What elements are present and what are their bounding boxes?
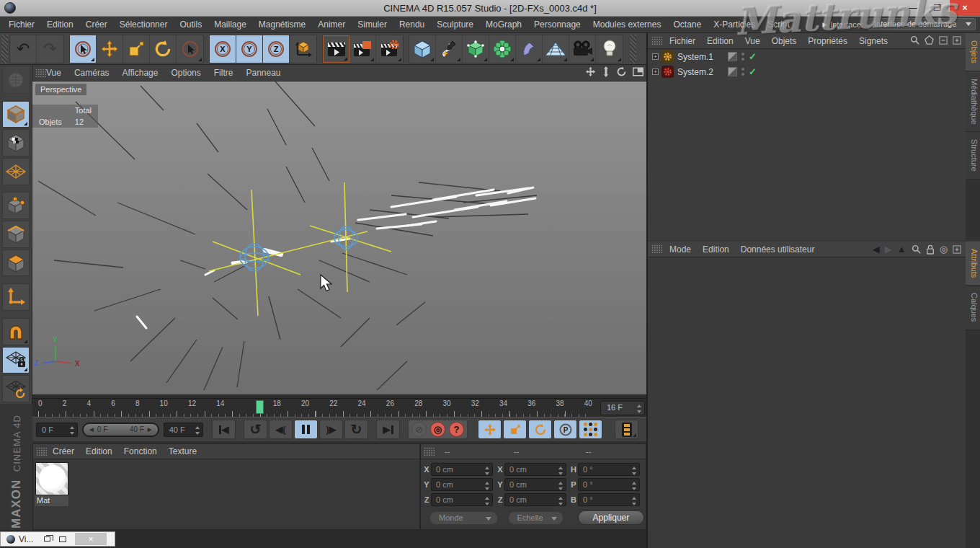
mini-close-button[interactable]: × <box>75 533 107 545</box>
render-to-picture-viewer-button[interactable] <box>349 35 376 63</box>
vp-menu-filtre[interactable]: Filtre <box>214 68 233 78</box>
points-mode-button[interactable] <box>2 192 30 219</box>
zoom-view-icon[interactable] <box>602 66 610 77</box>
play-forwards-button[interactable]: ↻ <box>344 420 368 439</box>
materials-panel-handle[interactable] <box>36 447 47 456</box>
spinner-icon[interactable] <box>558 467 564 475</box>
spinner-icon[interactable] <box>558 482 564 490</box>
scale-x-field[interactable]: 0 cm <box>504 463 566 476</box>
layer-chip[interactable] <box>728 52 737 61</box>
obj-menu-signets[interactable]: Signets <box>859 36 888 46</box>
position-z-field[interactable]: 0 cm <box>431 493 493 506</box>
workplane-mode-button[interactable] <box>2 158 30 185</box>
object-name[interactable]: System.1 <box>677 52 722 62</box>
mat-menu-edition[interactable]: Edition <box>86 446 112 456</box>
tab-calques[interactable]: Calques <box>966 286 980 330</box>
tab-objets[interactable]: Objets <box>966 33 980 71</box>
menu-modules-externes[interactable]: Modules externes <box>593 19 662 30</box>
open-timeline-button[interactable] <box>615 420 638 439</box>
texture-mode-button[interactable] <box>2 129 30 156</box>
position-y-field[interactable]: 0 cm <box>431 478 493 491</box>
collapse-icon[interactable] <box>939 36 948 45</box>
menu-simuler[interactable]: Simuler <box>357 19 387 30</box>
live-selection-tool-button[interactable] <box>70 35 97 63</box>
keyframe-position-toggle[interactable] <box>478 420 502 439</box>
spinner-icon[interactable] <box>637 405 642 413</box>
lock-icon[interactable] <box>926 244 935 255</box>
spinner-icon[interactable] <box>195 426 200 435</box>
menu-edition[interactable]: Edition <box>47 19 74 30</box>
expand-icon[interactable]: + <box>652 68 659 75</box>
filter-icon[interactable] <box>925 35 934 45</box>
coords-panel-handle[interactable] <box>424 447 435 456</box>
mini-restore-button[interactable] <box>39 534 55 544</box>
vp-menu-cameras[interactable]: Caméras <box>74 68 110 78</box>
menu-creer[interactable]: Créer <box>86 19 107 30</box>
previous-frame-button[interactable]: ◀( <box>269 420 293 439</box>
viewport-panel-handle[interactable] <box>35 68 46 78</box>
material-thumbnail[interactable] <box>35 462 68 495</box>
add-deformer-button[interactable] <box>489 35 516 63</box>
attr-menu-donnees[interactable]: Données utilisateur <box>741 244 815 255</box>
parent-object-icon[interactable]: ▲ <box>897 244 906 255</box>
add-generator-button[interactable] <box>463 35 489 63</box>
spinner-icon[interactable] <box>485 497 490 505</box>
mat-menu-creer[interactable]: Créer <box>53 446 74 456</box>
menu-octane[interactable]: Octane <box>673 19 701 30</box>
keyframe-rotation-toggle[interactable] <box>528 420 552 439</box>
history-forward-icon[interactable]: ▶ <box>885 244 892 255</box>
add-camera-button[interactable] <box>569 35 596 63</box>
spinner-icon[interactable] <box>632 467 637 475</box>
search-icon[interactable] <box>910 35 919 45</box>
picture-viewer-mini-window[interactable]: Vi... × <box>0 531 115 547</box>
render-view-button[interactable] <box>323 35 349 63</box>
menu-x-particles[interactable]: X-Particles <box>713 19 755 30</box>
view-label[interactable]: Perspective <box>35 84 86 95</box>
range-end-field[interactable]: 40 F <box>164 423 203 437</box>
minimize-button[interactable]: — <box>901 0 925 16</box>
goto-end-button[interactable]: ▶ <box>376 420 400 439</box>
edges-mode-button[interactable] <box>2 221 30 248</box>
snap-magnet-button[interactable] <box>2 318 30 345</box>
position-x-field[interactable]: 0 cm <box>431 463 493 476</box>
axis-mode-button[interactable] <box>2 283 30 311</box>
undo-button[interactable]: ↶ <box>10 35 37 63</box>
obj-menu-proprietes[interactable]: Propriétés <box>808 36 847 46</box>
menu-mograph[interactable]: MoGraph <box>486 19 522 30</box>
record-keyframes-button[interactable]: ◎ <box>430 422 445 437</box>
interface-dropdown[interactable]: Interface de démarrage <box>868 18 976 30</box>
vp-menu-vue[interactable]: Vue <box>46 68 61 78</box>
spinner-icon[interactable] <box>632 497 637 505</box>
tab-mediatheque[interactable]: Médiathèque <box>966 71 980 133</box>
object-name[interactable]: System.2 <box>677 67 722 77</box>
menu-outils[interactable]: Outils <box>179 19 202 30</box>
track-icon[interactable]: ◎ <box>940 244 948 255</box>
visibility-dots[interactable] <box>741 53 744 61</box>
menu-personnage[interactable]: Personnage <box>534 19 581 30</box>
menu-magnetisme[interactable]: Magnétisme <box>259 19 306 30</box>
close-button[interactable]: × <box>950 0 980 16</box>
interface-expand-icon[interactable]: ▶ <box>822 21 827 28</box>
model-mode-button[interactable] <box>2 101 30 128</box>
enabled-check-icon[interactable]: ✓ <box>749 51 757 62</box>
add-spline-button[interactable] <box>436 35 463 63</box>
scale-tool-button[interactable] <box>123 35 150 63</box>
keyframe-scale-toggle[interactable] <box>503 420 527 439</box>
vp-menu-affichage[interactable]: Affichage <box>122 68 159 78</box>
attr-menu-edition[interactable]: Edition <box>703 244 729 255</box>
tab-structure[interactable]: Structure <box>966 132 980 180</box>
obj-menu-fichier[interactable]: Fichier <box>669 36 695 46</box>
title-bar[interactable]: CINEMA 4D R15.057 Studio - [2D-FXs_0003.… <box>0 0 980 17</box>
preview-range-fill[interactable]: ◄ 0 F 40 F ► <box>84 424 158 436</box>
menu-sculpture[interactable]: Sculpture <box>437 19 473 30</box>
attributes-panel-handle[interactable] <box>651 244 662 254</box>
menu-script[interactable]: Script <box>767 19 790 30</box>
add-field-object-button[interactable] <box>516 35 543 63</box>
polygons-mode-button[interactable] <box>2 249 30 277</box>
move-tool-button[interactable] <box>97 35 123 63</box>
viewport-canvas[interactable]: Y Z X Perspective Total Objets 12 <box>32 81 646 394</box>
tab-attributs[interactable]: Attributs <box>966 242 980 286</box>
spinner-icon[interactable] <box>485 482 490 490</box>
search-icon[interactable] <box>912 244 921 254</box>
preview-range-slider[interactable]: ◄ 0 F 40 F ► <box>82 423 159 437</box>
